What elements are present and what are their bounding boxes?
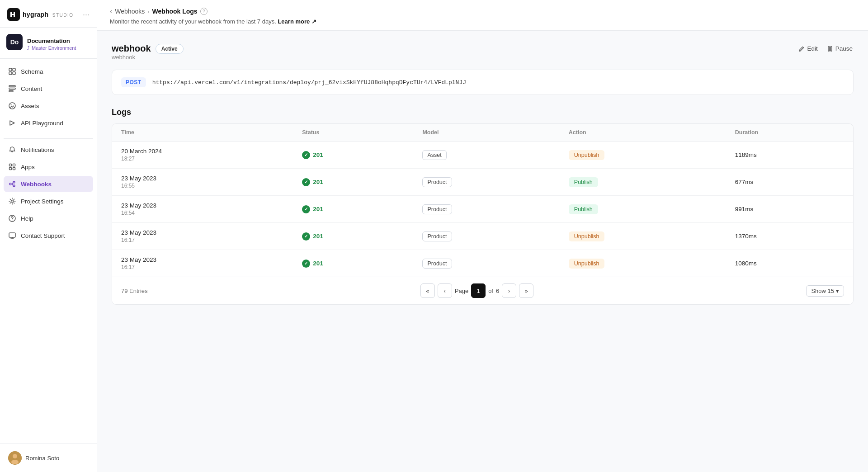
cell-duration: 677ms [726, 169, 853, 196]
cell-action: Unpublish [560, 223, 726, 250]
project-env[interactable]: ⤴ Master Environment [27, 45, 76, 51]
svg-rect-7 [9, 90, 13, 92]
pause-button[interactable]: Pause [826, 43, 854, 54]
table-row[interactable]: 23 May 2023 16:54 ✓ 201 Product Publish … [112, 196, 853, 223]
sidebar-item-webhooks[interactable]: Webhooks [4, 176, 93, 192]
table-row[interactable]: 23 May 2023 16:17 ✓ 201 Product Unpublis… [112, 223, 853, 250]
svg-rect-12 [13, 164, 15, 166]
cell-time: 20 March 2024 18:27 [112, 142, 293, 169]
apps-icon [8, 163, 16, 171]
sidebar: hygraph STUDIO ··· Do Documentation ⤴ Ma… [0, 0, 97, 472]
current-page-button[interactable]: 1 [471, 283, 486, 298]
svg-rect-1 [9, 68, 12, 71]
svg-point-16 [13, 181, 15, 183]
cell-action: Unpublish [560, 250, 726, 277]
webhook-title: webhook [112, 43, 151, 54]
status-check-icon: ✓ [302, 151, 310, 159]
assets-icon [8, 102, 16, 110]
svg-rect-26 [830, 47, 832, 51]
user-avatar [8, 451, 22, 465]
cell-action: Publish [560, 196, 726, 223]
sidebar-item-contact-support[interactable]: Contact Support [4, 227, 93, 244]
support-icon [8, 231, 16, 240]
breadcrumb-parent[interactable]: Webhooks [115, 8, 145, 15]
svg-rect-3 [9, 72, 12, 75]
svg-rect-2 [13, 68, 15, 71]
col-time: Time [112, 124, 293, 142]
project-info: Documentation ⤴ Master Environment [27, 38, 76, 51]
table-row[interactable]: 20 March 2024 18:27 ✓ 201 Asset Unpublis… [112, 142, 853, 169]
cell-model: Product [413, 169, 559, 196]
svg-rect-11 [9, 164, 12, 166]
sidebar-item-apps[interactable]: Apps [4, 159, 93, 175]
svg-rect-5 [9, 85, 15, 87]
cell-model: Asset [413, 142, 559, 169]
more-options-icon[interactable]: ··· [83, 10, 90, 19]
sidebar-item-notifications[interactable]: Notifications [4, 142, 93, 158]
table-row[interactable]: 23 May 2023 16:55 ✓ 201 Product Publish … [112, 169, 853, 196]
sidebar-item-assets[interactable]: Assets [4, 98, 93, 114]
user-profile[interactable]: Romina Soto [4, 448, 93, 468]
schema-icon [8, 67, 16, 76]
prev-page-button[interactable]: ‹ [438, 283, 452, 298]
sidebar-item-help[interactable]: Help [4, 210, 93, 227]
help-icon [8, 214, 16, 222]
logs-table: Time Status Model Action Duration 20 Mar… [112, 124, 853, 277]
webhook-actions: Edit Pause [797, 43, 854, 54]
sidebar-item-api-playground[interactable]: API Playground [4, 115, 93, 131]
sidebar-item-project-settings[interactable]: Project Settings [4, 193, 93, 209]
content-icon [8, 85, 16, 93]
cell-status: ✓ 201 [293, 169, 413, 196]
project-name: Documentation [27, 38, 76, 44]
cell-time: 23 May 2023 16:55 [112, 169, 293, 196]
webhook-title-group: webhook Active webhook [112, 43, 184, 68]
env-icon: ⤴ [27, 45, 30, 51]
main-content: ‹ Webhooks › Webhook Logs ? Monitor the … [97, 0, 868, 472]
svg-point-24 [11, 460, 19, 464]
status-check-icon: ✓ [302, 205, 310, 213]
svg-rect-4 [13, 72, 15, 75]
api-icon [8, 119, 16, 127]
webhook-title-row: webhook Active [112, 43, 184, 54]
webhook-url: https://api.vercel.com/v1/integrations/d… [152, 79, 466, 86]
page-header: ‹ Webhooks › Webhook Logs ? Monitor the … [97, 0, 868, 31]
svg-marker-10 [10, 121, 14, 125]
chevron-down-icon: ▾ [836, 288, 839, 294]
svg-rect-14 [13, 168, 15, 170]
col-status: Status [293, 124, 413, 142]
logs-table-body: 20 March 2024 18:27 ✓ 201 Asset Unpublis… [112, 142, 853, 277]
sidebar-item-content[interactable]: Content [4, 80, 93, 97]
svg-point-20 [12, 220, 13, 221]
status-check-icon: ✓ [302, 232, 310, 241]
sidebar-item-schema[interactable]: Schema [4, 63, 93, 80]
logs-section-title: Logs [112, 108, 854, 117]
logo-text-group: hygraph STUDIO [23, 10, 74, 19]
table-row[interactable]: 23 May 2023 16:17 ✓ 201 Product Unpublis… [112, 250, 853, 277]
back-icon[interactable]: ‹ [110, 7, 112, 15]
cell-status: ✓ 201 [293, 196, 413, 223]
gear-icon [8, 197, 16, 205]
logo-brand: hygraph [23, 11, 48, 18]
cell-duration: 991ms [726, 196, 853, 223]
svg-point-18 [11, 200, 14, 203]
main-nav: Schema Content Assets API Playground [0, 59, 97, 444]
breadcrumb-help-icon[interactable]: ? [200, 8, 208, 15]
user-name: Romina Soto [25, 455, 59, 462]
next-page-button[interactable]: › [502, 283, 516, 298]
svg-rect-25 [828, 47, 830, 51]
http-method-badge: POST [121, 77, 146, 87]
cell-status: ✓ 201 [293, 250, 413, 277]
logs-table-header: Time Status Model Action Duration [112, 124, 853, 142]
edit-button[interactable]: Edit [797, 43, 818, 54]
svg-rect-13 [9, 168, 12, 170]
entries-count: 79 Entries [121, 288, 148, 294]
cell-time: 23 May 2023 16:17 [112, 223, 293, 250]
pagination-controls: « ‹ Page 1 of 6 › » [420, 283, 533, 298]
learn-more-link[interactable]: Learn more ↗ [278, 18, 316, 25]
first-page-button[interactable]: « [420, 283, 435, 298]
last-page-button[interactable]: » [519, 283, 533, 298]
cell-status: ✓ 201 [293, 142, 413, 169]
cell-model: Product [413, 250, 559, 277]
project-section: Do Documentation ⤴ Master Environment [0, 28, 97, 59]
show-rows-select[interactable]: Show 15 ▾ [806, 285, 844, 297]
